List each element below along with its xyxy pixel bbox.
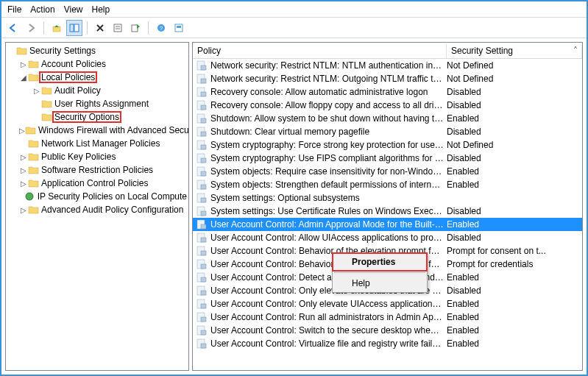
column-header-setting[interactable]: Security Setting <box>447 43 582 58</box>
tree-item[interactable]: ◢Local Policies <box>6 71 188 84</box>
policy-icon <box>196 60 208 71</box>
up-button[interactable] <box>49 20 65 36</box>
folder-icon <box>41 85 53 96</box>
tree-label: Audit Policy <box>53 85 102 96</box>
policy-row[interactable]: Shutdown: Clear virtual memory pagefileD… <box>193 125 582 138</box>
policy-row[interactable]: System cryptography: Force strong key pr… <box>193 138 582 152</box>
context-menu-help[interactable]: Help <box>333 274 427 292</box>
svg-rect-55 <box>201 344 206 348</box>
list-header: Policy Security Setting ˄ <box>193 43 582 59</box>
show-tree-button[interactable] <box>66 20 82 36</box>
policy-row[interactable]: Network security: Restrict NTLM: NTLM au… <box>193 59 582 72</box>
tree-root[interactable]: Security Settings <box>6 44 188 57</box>
svg-rect-17 <box>201 92 206 96</box>
folder-icon <box>41 111 53 123</box>
policy-row[interactable]: System objects: Require case insensitivi… <box>193 165 582 178</box>
forward-button[interactable] <box>23 20 39 36</box>
svg-rect-25 <box>201 145 206 149</box>
svg-rect-6 <box>132 25 138 32</box>
policy-setting: Enabled <box>447 180 582 190</box>
tree-item[interactable]: ▷Advanced Audit Policy Configuration <box>6 203 188 216</box>
tree-item[interactable]: Security Options <box>6 110 188 124</box>
column-header-policy[interactable]: Policy <box>193 43 447 58</box>
tree-item[interactable]: ▷Audit Policy <box>6 84 188 97</box>
svg-text:?: ? <box>160 25 163 32</box>
folder-icon <box>24 191 36 202</box>
svg-rect-53 <box>201 330 206 335</box>
back-button[interactable] <box>5 20 21 36</box>
policy-icon <box>196 86 208 98</box>
svg-rect-13 <box>201 65 206 70</box>
list-pane: Policy Security Setting ˄ Network securi… <box>192 42 583 371</box>
policy-setting: Enabled <box>447 166 582 177</box>
tree-item[interactable]: ▷Public Key Policies <box>6 150 188 163</box>
properties-button[interactable] <box>110 20 126 36</box>
svg-rect-37 <box>201 224 206 229</box>
policy-icon <box>196 232 208 244</box>
policy-row[interactable]: System objects: Strengthen default permi… <box>193 178 582 191</box>
svg-rect-27 <box>201 158 206 163</box>
tree-item[interactable]: ▷Application Control Policies <box>6 177 188 190</box>
policy-setting: Not Defined <box>447 140 582 150</box>
delete-button[interactable] <box>92 20 108 36</box>
policy-row[interactable]: User Account Control: Switch to the secu… <box>193 324 582 337</box>
policy-icon <box>196 258 208 270</box>
folder-icon <box>28 204 40 216</box>
policy-name: System objects: Require case insensitivi… <box>210 166 447 177</box>
folder-icon <box>41 98 53 110</box>
menu-help[interactable]: Help <box>92 4 110 15</box>
export-button[interactable] <box>127 20 144 36</box>
tree-item[interactable]: Network List Manager Policies <box>6 137 188 150</box>
menubar: File Action View Help <box>1 1 587 18</box>
refresh-button[interactable] <box>171 20 187 36</box>
policy-row[interactable]: Network security: Restrict NTLM: Outgoin… <box>193 72 582 85</box>
policy-setting: Disabled <box>447 153 582 163</box>
help-button[interactable]: ? <box>153 20 169 36</box>
svg-rect-43 <box>201 264 206 269</box>
tree-item[interactable]: ▷Windows Firewall with Advanced Secu <box>6 124 188 137</box>
context-menu-properties[interactable]: Properties <box>333 253 427 271</box>
policy-setting: Disabled <box>447 127 582 137</box>
menu-action[interactable]: Action <box>30 4 54 15</box>
policy-row[interactable]: User Account Control: Admin Approval Mod… <box>193 218 582 231</box>
policy-setting: Enabled <box>447 113 582 124</box>
expander-icon[interactable]: ◢ <box>19 74 28 82</box>
policy-row[interactable]: User Account Control: Run all administra… <box>193 311 582 324</box>
expander-icon[interactable]: ▷ <box>19 127 25 135</box>
policy-row[interactable]: System cryptography: Use FIPS compliant … <box>193 152 582 165</box>
policy-row[interactable]: Shutdown: Allow system to be shut down w… <box>193 112 582 125</box>
tree-item[interactable]: ▷Account Policies <box>6 57 188 71</box>
list-body[interactable]: Network security: Restrict NTLM: NTLM au… <box>193 59 582 370</box>
tree[interactable]: Security Settings▷Account Policies◢Local… <box>6 43 188 218</box>
tree-label: Security Options <box>53 112 121 122</box>
policy-row[interactable]: User Account Control: Virtualize file an… <box>193 337 582 350</box>
svg-rect-31 <box>201 185 206 189</box>
svg-rect-33 <box>201 198 206 202</box>
expander-icon[interactable]: ▷ <box>19 206 28 214</box>
expander-icon[interactable]: ▷ <box>19 153 28 161</box>
policy-row[interactable]: System settings: Optional subsystems <box>193 191 582 205</box>
menu-file[interactable]: File <box>7 4 21 15</box>
expander-icon[interactable]: ▷ <box>19 60 28 68</box>
tree-item[interactable]: ▷Software Restriction Policies <box>6 163 188 177</box>
svg-rect-49 <box>201 304 206 308</box>
policy-setting: Disabled <box>447 100 582 110</box>
tree-item[interactable]: User Rights Assignment <box>6 97 188 110</box>
menu-view[interactable]: View <box>64 4 83 15</box>
policy-row[interactable]: Recovery console: Allow automatic admini… <box>193 85 582 99</box>
policy-row[interactable]: User Account Control: Allow UIAccess app… <box>193 231 582 244</box>
expander-icon[interactable]: ▷ <box>19 180 28 188</box>
expander-icon[interactable]: ▷ <box>32 87 41 95</box>
policy-icon <box>196 245 208 257</box>
policy-icon <box>196 126 208 138</box>
expander-icon[interactable]: ▷ <box>19 166 28 174</box>
policy-row[interactable]: Recovery console: Allow floppy copy and … <box>193 99 582 112</box>
policy-row[interactable]: System settings: Use Certificate Rules o… <box>193 205 582 218</box>
tree-label: Local Policies <box>40 72 96 82</box>
tree-item[interactable]: IP Security Policies on Local Compute <box>6 190 188 203</box>
policy-row[interactable]: User Account Control: Only elevate UIAcc… <box>193 297 582 311</box>
tree-label: Advanced Audit Policy Configuration <box>40 205 185 215</box>
tree-label: IP Security Policies on Local Compute <box>36 191 188 202</box>
svg-rect-45 <box>201 277 206 282</box>
svg-rect-21 <box>201 118 206 123</box>
